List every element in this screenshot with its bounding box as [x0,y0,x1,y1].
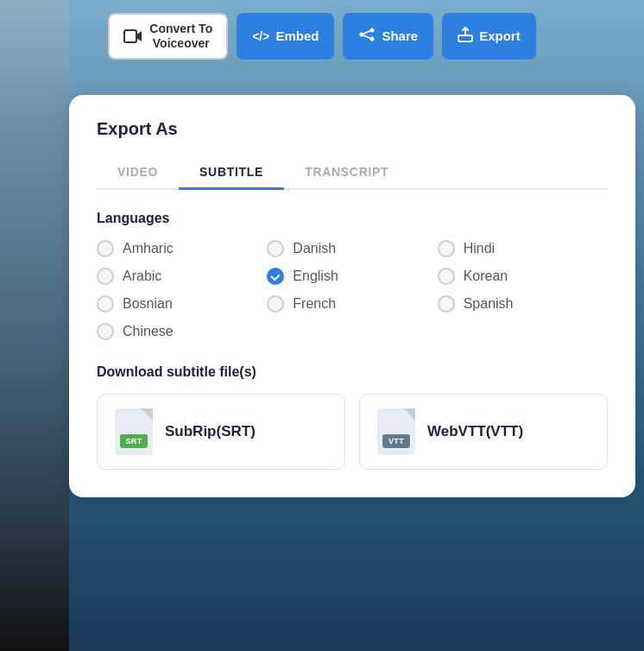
lang-spanish-label: Spanish [464,296,514,312]
lang-english-label: English [293,269,338,284]
lang-bosnian-label: Bosnian [123,296,173,312]
radio-amharic[interactable] [97,240,114,257]
lang-french-label: French [293,296,336,312]
video-camera-icon [123,28,142,44]
srt-badge: SRT [120,434,148,448]
languages-grid: Amharic Danish Hindi Arabic English Kore… [97,240,608,340]
radio-hindi[interactable] [438,240,455,257]
lang-english[interactable]: English [267,268,437,285]
lang-arabic-label: Arabic [123,269,161,284]
export-panel: Export As VIDEO SUBTITLE TRANSCRIPT Lang… [69,95,635,497]
toolbar: Convert To Voiceover </> Embed Share Exp… [0,13,644,60]
radio-arabic[interactable] [97,268,114,285]
download-options: SRT SubRip(SRT) VTT WebVTT(VTT) [97,394,608,470]
radio-danish[interactable] [267,240,284,257]
convert-button-label: Convert To Voiceover [149,22,212,51]
share-icon [358,28,376,45]
srt-label: SubRip(SRT) [165,423,256,440]
radio-french[interactable] [267,295,284,313]
svg-point-3 [360,32,364,36]
svg-line-5 [364,35,370,38]
svg-rect-6 [458,35,472,41]
radio-english[interactable] [267,268,284,285]
lang-bosnian[interactable]: Bosnian [97,295,267,313]
download-label: Download subtitle file(s) [97,364,608,380]
lang-danish-label: Danish [293,241,336,256]
radio-bosnian[interactable] [97,295,114,313]
svg-line-4 [364,31,370,34]
embed-button[interactable]: </> Embed [237,13,334,60]
lang-amharic[interactable]: Amharic [97,240,267,257]
share-label: Share [382,28,418,43]
lang-amharic-label: Amharic [123,241,174,256]
vtt-label: WebVTT(VTT) [427,423,523,440]
tab-subtitle[interactable]: SUBTITLE [179,156,284,190]
embed-icon: </> [252,29,269,43]
lang-korean-label: Korean [464,269,508,284]
panel-title: Export As [97,119,608,139]
lang-french[interactable]: French [267,295,437,313]
svg-point-2 [370,36,375,41]
share-button[interactable]: Share [343,13,433,60]
tabs-container: VIDEO SUBTITLE TRANSCRIPT [97,156,608,190]
download-vtt-button[interactable]: VTT WebVTT(VTT) [359,394,608,470]
lang-danish[interactable]: Danish [267,240,437,257]
radio-chinese[interactable] [97,323,114,340]
lang-arabic[interactable]: Arabic [97,268,267,285]
svg-point-1 [370,28,375,32]
lang-spanish[interactable]: Spanish [438,295,608,313]
lang-chinese-label: Chinese [123,324,174,339]
lang-hindi-label: Hindi [464,241,495,256]
convert-to-voiceover-button[interactable]: Convert To Voiceover [108,13,228,60]
export-label: Export [479,28,521,43]
vtt-file-icon: VTT [377,408,415,455]
export-icon [458,27,473,45]
lang-chinese[interactable]: Chinese [97,323,267,340]
export-button[interactable]: Export [442,13,536,60]
vtt-badge: VTT [382,434,410,448]
srt-file-icon: SRT [115,408,153,455]
radio-spanish[interactable] [438,295,455,313]
download-srt-button[interactable]: SRT SubRip(SRT) [97,394,345,470]
embed-label: Embed [275,28,319,43]
tab-video[interactable]: VIDEO [97,156,179,190]
languages-label: Languages [97,211,608,226]
lang-hindi[interactable]: Hindi [438,240,608,257]
radio-korean[interactable] [438,268,455,285]
lang-korean[interactable]: Korean [438,268,608,285]
tab-transcript[interactable]: TRANSCRIPT [284,156,409,190]
svg-rect-0 [124,30,136,42]
